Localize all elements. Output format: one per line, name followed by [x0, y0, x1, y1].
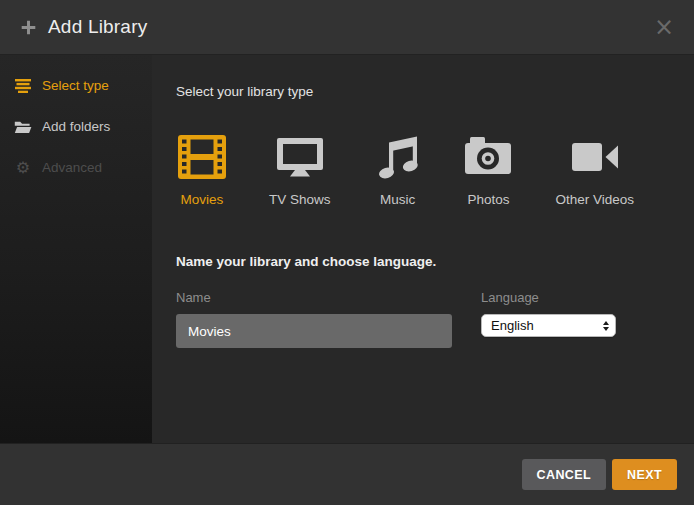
- dialog-footer: CANCEL NEXT: [0, 443, 694, 505]
- sidebar-item-label: Advanced: [42, 160, 102, 175]
- gear-icon: ⚙: [14, 160, 32, 176]
- wizard-steps-sidebar: Select type Add folders ⚙ Advanced: [0, 55, 152, 443]
- plus-icon: [20, 19, 37, 36]
- language-field-label: Language: [481, 290, 616, 305]
- camera-icon: [465, 135, 512, 179]
- type-option-movies[interactable]: Movies: [178, 135, 226, 207]
- dialog-body: Select type Add folders ⚙ Advanced Selec…: [0, 55, 694, 443]
- language-select[interactable]: English: [481, 314, 616, 337]
- type-option-label: TV Shows: [269, 192, 331, 207]
- type-option-other-videos[interactable]: Other Videos: [556, 135, 635, 207]
- music-note-icon: [374, 135, 422, 179]
- close-icon[interactable]: ×: [650, 13, 678, 41]
- sidebar-item-add-folders[interactable]: Add folders: [0, 106, 152, 147]
- language-select-value: English: [491, 318, 603, 333]
- folder-icon: [14, 120, 32, 134]
- cancel-button[interactable]: CANCEL: [522, 459, 606, 490]
- library-name-input[interactable]: [176, 314, 452, 348]
- video-camera-icon: [571, 135, 619, 179]
- select-stepper-icon: [603, 321, 610, 331]
- name-field-label: Name: [176, 290, 452, 305]
- type-option-label: Other Videos: [556, 192, 635, 207]
- form-heading: Name your library and choose language.: [176, 254, 670, 269]
- add-library-dialog: Add Library × Select type: [0, 0, 694, 505]
- type-option-label: Music: [380, 192, 415, 207]
- name-field-group: Name: [176, 290, 452, 348]
- language-field-group: Language English: [481, 290, 616, 348]
- type-option-photos[interactable]: Photos: [465, 135, 513, 207]
- step-content: Select your library type: [152, 55, 694, 443]
- type-option-label: Photos: [468, 192, 510, 207]
- type-option-label: Movies: [181, 192, 224, 207]
- name-language-row: Name Language English: [176, 290, 670, 348]
- type-option-tv-shows[interactable]: TV Shows: [269, 135, 331, 207]
- dialog-title: Add Library: [48, 16, 147, 38]
- step-heading: Select your library type: [176, 84, 670, 99]
- next-button[interactable]: NEXT: [612, 459, 677, 490]
- sidebar-item-select-type[interactable]: Select type: [0, 65, 152, 106]
- library-type-row: Movies TV Shows: [176, 135, 670, 207]
- sidebar-item-label: Add folders: [42, 119, 110, 134]
- sidebar-item-label: Select type: [42, 78, 109, 93]
- dialog-header: Add Library ×: [0, 0, 694, 55]
- sidebar-item-advanced[interactable]: ⚙ Advanced: [0, 147, 152, 188]
- tv-icon: [276, 135, 324, 179]
- type-option-music[interactable]: Music: [374, 135, 422, 207]
- type-list-icon: [14, 79, 32, 93]
- film-icon: [178, 135, 226, 179]
